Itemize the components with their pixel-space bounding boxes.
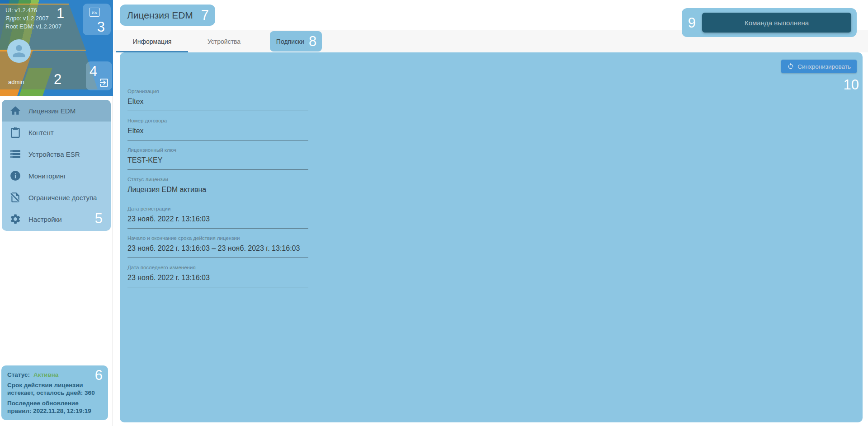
form-field-validity-period: Начало и окончание срока действия лиценз… (127, 235, 308, 258)
field-value[interactable]: TEST-KEY (127, 156, 308, 165)
sidebar-menu: Лицензия EDM Контент Устройства ESR Мони… (2, 100, 111, 231)
field-label: Дата последнего изменения (127, 265, 308, 271)
field-label: Организация (127, 89, 308, 94)
version-ui: UI: v1.2.476 (5, 6, 61, 14)
field-value[interactable]: Eltex (127, 97, 308, 106)
document-slash-icon (9, 192, 21, 203)
logout-icon[interactable] (99, 77, 109, 88)
tab-label: Информация (133, 38, 172, 45)
rules-updated-text: Последнее обновление правил: 2022.11.28,… (7, 399, 103, 415)
form-field-contract-number: Номер договора Eltex (127, 118, 308, 140)
license-expiry-text: Срок действия лицензии истекает, осталос… (7, 381, 103, 397)
status-row: Статус:Активна (7, 371, 103, 379)
tab-information[interactable]: Информация (116, 30, 188, 52)
status-badge: Активна (33, 371, 58, 378)
tab-subscriptions[interactable]: Подписки 8 (260, 30, 332, 52)
form-field-license-key: Лицензионный ключ TEST-KEY (127, 147, 308, 170)
person-icon (10, 42, 28, 60)
field-label: Номер договора (127, 118, 308, 124)
sidebar-item-content[interactable]: Контент (2, 122, 111, 143)
username-label: admin (8, 79, 24, 85)
field-label: Начало и окончание срока действия лиценз… (127, 235, 308, 241)
version-core: Ядро: v1.2.2007 (5, 14, 61, 23)
sidebar: UI: v1.2.476 Ядро: v1.2.2007 Root EDM: v… (0, 0, 113, 426)
version-info: UI: v1.2.476 Ядро: v1.2.2007 Root EDM: v… (5, 6, 61, 31)
sidebar-item-access-restriction[interactable]: Ограничение доступа (2, 187, 111, 208)
synchronize-button[interactable]: Синхронизировать (781, 60, 857, 73)
logout-button[interactable]: 4 (86, 61, 112, 90)
gear-icon (9, 213, 21, 225)
content-panel: Синхронизировать 10 Организация Eltex Но… (120, 52, 863, 422)
field-value[interactable]: 23 нояб. 2022 г. 13:16:03 (127, 215, 308, 224)
license-status-panel: 6 Статус:Активна Срок действия лицензии … (1, 365, 108, 420)
form-field-license-status: Статус лицензии Лицензия EDM активна (127, 177, 308, 199)
sidebar-item-label: Настройки (28, 215, 62, 223)
main-area: Лицензия EDM 7 Информация Устройства Под… (113, 0, 868, 426)
sidebar-item-label: Мониторинг (28, 172, 66, 180)
callout-4: 4 (90, 64, 97, 78)
sidebar-item-devices-esr[interactable]: Устройства ESR (2, 143, 111, 165)
field-label: Статус лицензии (127, 177, 308, 183)
info-icon (9, 170, 21, 182)
field-value[interactable]: 23 нояб. 2022 г. 13:16:03 – 23 нояб. 202… (127, 244, 308, 253)
toast-message: Команда выполнена (702, 13, 851, 33)
field-value[interactable]: Лицензия EDM активна (127, 185, 308, 194)
sidebar-item-label: Контент (28, 129, 54, 136)
sidebar-item-label: Ограничение доступа (28, 194, 97, 201)
synchronize-label: Синхронизировать (797, 63, 851, 70)
callout-6: 6 (95, 368, 103, 382)
field-label: Лицензионный ключ (127, 147, 308, 153)
tab-label: Устройства (208, 38, 241, 45)
sidebar-item-label: Лицензия EDM (28, 107, 75, 115)
callout-9: 9 (688, 16, 696, 30)
callout-10: 10 (844, 78, 859, 92)
clipboard-icon (9, 126, 21, 138)
title-highlight: Лицензия EDM 7 (120, 5, 215, 26)
form-field-organization: Организация Eltex (127, 89, 308, 111)
status-label: Статус: (7, 371, 30, 378)
field-label: Дата регистрации (127, 206, 308, 212)
license-info-form: Организация Eltex Номер договора Eltex Л… (127, 89, 308, 294)
toast-highlight: 9 Команда выполнена (682, 8, 857, 37)
avatar (7, 39, 31, 63)
language-icon[interactable]: En (89, 8, 100, 17)
sidebar-item-label: Устройства ESR (28, 150, 80, 158)
callout-7: 7 (201, 8, 209, 22)
tab-devices[interactable]: Устройства (188, 30, 260, 52)
callout-3: 3 (97, 20, 105, 34)
version-root: Root EDM: v1.2.2007 (5, 23, 61, 31)
language-button[interactable]: En 3 (83, 4, 111, 35)
tab-label: Подписки (276, 38, 304, 45)
server-rack-icon (9, 148, 21, 160)
callout-1: 1 (57, 6, 64, 20)
callout-5: 5 (95, 211, 103, 225)
field-value[interactable]: 23 нояб. 2022 г. 13:16:03 (127, 273, 308, 282)
tab-subscriptions-highlight[interactable]: Подписки 8 (270, 31, 322, 51)
sidebar-item-monitoring[interactable]: Мониторинг (2, 165, 111, 187)
field-value[interactable]: Eltex (127, 126, 308, 136)
page-title: Лицензия EDM (127, 10, 193, 21)
callout-8: 8 (309, 34, 316, 48)
callout-2: 2 (54, 72, 61, 86)
home-icon (9, 105, 21, 117)
sidebar-item-license-edm[interactable]: Лицензия EDM (2, 100, 111, 122)
form-field-last-modified: Дата последнего изменения 23 нояб. 2022 … (127, 265, 308, 287)
form-field-registration-date: Дата регистрации 23 нояб. 2022 г. 13:16:… (127, 206, 308, 229)
sync-icon (787, 63, 794, 70)
brand-header: UI: v1.2.476 Ядро: v1.2.2007 Root EDM: v… (0, 0, 113, 96)
